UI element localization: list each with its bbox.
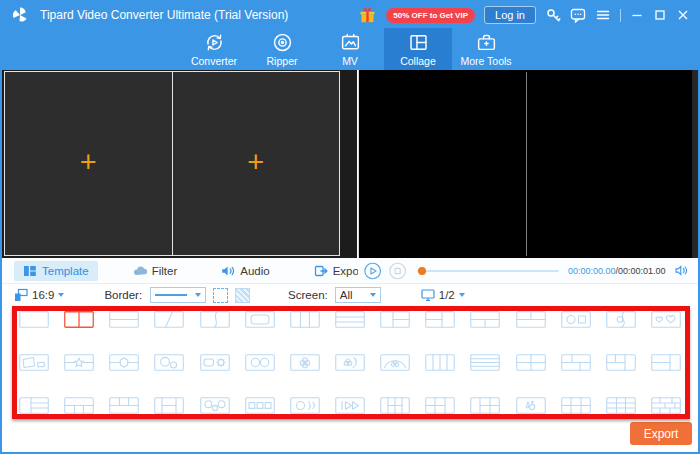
template-thumb-t1b2[interactable] <box>470 311 500 328</box>
template-thumb-mid-grid[interactable] <box>380 397 410 414</box>
seek-handle[interactable] <box>418 267 426 275</box>
template-thumb-s-curve[interactable] <box>606 311 636 328</box>
template-thumb-h4[interactable] <box>470 354 500 371</box>
tab-filter[interactable]: Filter <box>124 261 187 281</box>
border-label: Border: <box>104 289 142 301</box>
template-thumb-l2r1[interactable] <box>425 311 455 328</box>
template-thumb-hexagon[interactable] <box>109 354 139 371</box>
collage-cell-2[interactable]: + <box>172 72 340 255</box>
login-button[interactable]: Log in <box>484 6 536 24</box>
template-thumb-hearts[interactable] <box>651 311 681 328</box>
maximize-button[interactable] <box>653 8 667 22</box>
template-thumb-l-2x2-r1[interactable] <box>425 397 455 414</box>
tab-template[interactable]: Template <box>14 261 98 281</box>
nav-tab-more-tools[interactable]: More Tools <box>452 28 520 70</box>
nav-tab-label: Converter <box>191 55 237 67</box>
border-pattern-button[interactable] <box>235 288 250 303</box>
aspect-ratio-value: 16:9 <box>32 289 54 301</box>
template-thumb-grid-stagger[interactable] <box>561 354 591 371</box>
template-thumb-grid-2x3[interactable] <box>561 397 591 414</box>
window-title: Tipard Video Converter Ultimate (Trial V… <box>40 8 288 22</box>
template-thumb-h2[interactable] <box>109 311 139 328</box>
register-key-icon[interactable] <box>545 7 561 23</box>
mv-icon <box>339 31 362 54</box>
time-display: 00:00:00.00/00:00:01.00 <box>568 266 666 276</box>
screen-select-value: All <box>340 289 353 301</box>
template-thumb-arrows[interactable] <box>335 397 365 414</box>
stop-button[interactable] <box>389 262 406 280</box>
template-thumb-dots[interactable] <box>516 397 546 414</box>
volume-icon[interactable] <box>675 264 688 277</box>
app-window: Tipard Video Converter Ultimate (Trial V… <box>0 0 700 454</box>
template-thumb-l1-r3[interactable] <box>19 397 49 414</box>
template-thumb-h3[interactable] <box>335 311 365 328</box>
border-style-dropdown[interactable] <box>150 287 206 303</box>
template-thumb-v2[interactable] <box>64 311 94 328</box>
minimize-button[interactable] <box>630 8 644 22</box>
chevron-down-icon <box>459 293 465 297</box>
title-bar: Tipard Video Converter Ultimate (Trial V… <box>2 2 698 28</box>
template-thumb-circles-2a[interactable] <box>154 354 184 371</box>
template-thumb-squares-3[interactable] <box>245 397 275 414</box>
preview-right-margin <box>692 70 698 258</box>
template-thumb-v3[interactable] <box>290 311 320 328</box>
template-thumb-l1r2[interactable] <box>380 311 410 328</box>
template-thumb-single[interactable] <box>19 311 49 328</box>
page-selector[interactable]: 1/2 <box>421 288 465 302</box>
play-button[interactable] <box>364 262 381 280</box>
template-thumb-lr-mid-2[interactable] <box>154 397 184 414</box>
promo-badge[interactable]: 50% OFF to Get VIP <box>386 8 475 23</box>
template-thumb-diag[interactable] <box>154 311 184 328</box>
nav-tab-mv[interactable]: MV <box>316 28 384 70</box>
nav-tab-ripper[interactable]: Ripper <box>248 28 316 70</box>
template-thumb-circles-2[interactable] <box>245 354 275 371</box>
template-thumb-star-split[interactable] <box>64 354 94 371</box>
template-thumb-l1-r-2x2[interactable] <box>470 397 500 414</box>
template-thumb-l2-stagger-r1[interactable] <box>606 354 636 371</box>
nav-bar: Converter Ripper MV Collage <box>2 28 698 70</box>
template-thumb-clover[interactable] <box>290 354 320 371</box>
template-thumb-tab-gear[interactable] <box>200 354 230 371</box>
nav-tab-converter[interactable]: Converter <box>180 28 248 70</box>
collage-cell-1[interactable]: + <box>5 72 172 255</box>
template-thumb-circle-square[interactable] <box>561 311 591 328</box>
template-grid-icon <box>23 264 37 278</box>
format-toolbar: 16:9 Border: Screen: All 1/2 <box>2 284 698 306</box>
template-thumb-grid-2x2[interactable] <box>516 354 546 371</box>
template-thumb-inset[interactable] <box>245 311 275 328</box>
screen-label: Screen: <box>288 289 328 301</box>
nav-tab-collage[interactable]: Collage <box>384 28 452 70</box>
time-total: 00:00:01.00 <box>618 266 666 276</box>
template-thumb-curve[interactable] <box>200 311 230 328</box>
template-thumb-grid-complex[interactable] <box>651 397 681 414</box>
seek-track[interactable] <box>417 270 559 272</box>
export-button[interactable]: Export <box>630 422 692 445</box>
chevron-down-icon <box>195 293 201 297</box>
screen-select-dropdown[interactable]: All <box>335 287 381 303</box>
template-thumb-quads[interactable] <box>19 354 49 371</box>
template-thumb-v4[interactable] <box>425 354 455 371</box>
gift-icon[interactable] <box>358 6 377 24</box>
chevron-down-icon <box>58 293 64 297</box>
tab-label: Template <box>42 265 89 277</box>
aspect-ratio-dropdown[interactable]: 16:9 <box>14 288 64 302</box>
template-thumb-circle-paren[interactable] <box>290 397 320 414</box>
template-thumb-circles-3[interactable] <box>200 397 230 414</box>
template-thumb-arc-clover[interactable] <box>380 354 410 371</box>
aspect-ratio-icon <box>14 288 28 302</box>
close-button[interactable] <box>676 8 690 22</box>
template-thumb-t3-b1[interactable] <box>109 397 139 414</box>
template-thumb-clover-curve[interactable] <box>335 354 365 371</box>
feedback-comment-icon[interactable] <box>570 7 586 23</box>
tab-audio[interactable]: Audio <box>212 261 278 281</box>
template-thumb-l2-r1-wide[interactable] <box>651 354 681 371</box>
collage-icon <box>407 31 430 54</box>
template-thumb-t1-b3[interactable] <box>64 397 94 414</box>
menu-hamburger-icon[interactable] <box>595 7 611 23</box>
border-dashed-button[interactable] <box>213 288 228 303</box>
add-video-plus-icon: + <box>80 148 97 177</box>
seek-bar[interactable] <box>417 267 559 275</box>
template-thumb-t2b1[interactable] <box>516 311 546 328</box>
tab-label: Filter <box>152 265 178 277</box>
template-thumb-grid-3x3[interactable] <box>606 397 636 414</box>
